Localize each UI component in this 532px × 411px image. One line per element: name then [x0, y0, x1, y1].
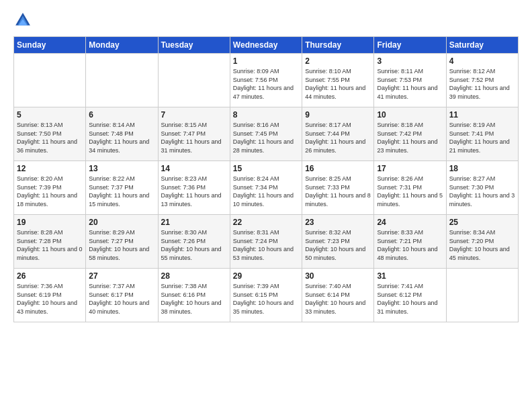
day-number: 3: [377, 56, 443, 66]
day-cell-6: 6Sunrise: 8:14 AMSunset: 7:48 PMDaylight…: [86, 107, 158, 161]
empty-cell: [158, 54, 230, 107]
day-cell-31: 31Sunrise: 7:41 AMSunset: 6:12 PMDayligh…: [374, 269, 446, 322]
week-row-2: 5Sunrise: 8:13 AMSunset: 7:50 PMDaylight…: [14, 107, 519, 161]
daylight: Daylight: 10 hours and 45 minutes.: [449, 245, 515, 262]
sunset: Sunset: 7:34 PM: [233, 183, 299, 192]
sunset: Sunset: 7:31 PM: [377, 183, 443, 192]
day-info: Sunrise: 7:39 AMSunset: 6:15 PMDaylight:…: [233, 282, 299, 316]
day-number: 17: [377, 164, 443, 173]
day-info: Sunrise: 8:25 AMSunset: 7:33 PMDaylight:…: [305, 175, 371, 208]
daylight: Daylight: 11 hours and 0 minutes.: [17, 245, 83, 262]
day-number: 7: [161, 110, 227, 120]
empty-cell: [86, 54, 158, 107]
calendar: SundayMondayTuesdayWednesdayThursdayFrid…: [13, 36, 519, 322]
daylight: Daylight: 10 hours and 31 minutes.: [377, 299, 443, 316]
day-info: Sunrise: 8:13 AMSunset: 7:50 PMDaylight:…: [17, 121, 83, 154]
daylight: Daylight: 11 hours and 21 minutes.: [449, 138, 515, 154]
sunset: Sunset: 7:41 PM: [449, 130, 515, 138]
day-number: 18: [449, 164, 515, 173]
weekday-header-row: SundayMondayTuesdayWednesdayThursdayFrid…: [14, 37, 519, 54]
daylight: Daylight: 10 hours and 50 minutes.: [305, 245, 371, 262]
sunrise: Sunrise: 8:14 AM: [89, 121, 154, 130]
sunrise: Sunrise: 8:30 AM: [161, 228, 227, 237]
week-row-5: 26Sunrise: 7:36 AMSunset: 6:19 PMDayligh…: [14, 269, 519, 322]
day-number: 9: [305, 110, 371, 120]
sunset: Sunset: 6:19 PM: [17, 291, 83, 300]
day-cell-4: 4Sunrise: 8:12 AMSunset: 7:52 PMDaylight…: [446, 54, 518, 107]
day-info: Sunrise: 8:19 AMSunset: 7:41 PMDaylight:…: [449, 121, 515, 154]
daylight: Daylight: 11 hours and 5 minutes.: [377, 191, 443, 208]
day-number: 31: [377, 271, 443, 281]
daylight: Daylight: 10 hours and 38 minutes.: [161, 299, 227, 316]
day-info: Sunrise: 7:36 AMSunset: 6:19 PMDaylight:…: [17, 282, 83, 316]
sunrise: Sunrise: 7:41 AM: [377, 282, 443, 291]
daylight: Daylight: 10 hours and 43 minutes.: [17, 299, 83, 316]
day-info: Sunrise: 7:41 AMSunset: 6:12 PMDaylight:…: [377, 282, 443, 316]
day-number: 16: [305, 164, 371, 173]
day-info: Sunrise: 8:20 AMSunset: 7:39 PMDaylight:…: [17, 175, 83, 208]
day-number: 11: [449, 110, 515, 120]
daylight: Daylight: 11 hours and 26 minutes.: [305, 138, 371, 154]
sunrise: Sunrise: 8:34 AM: [449, 228, 515, 237]
daylight: Daylight: 11 hours and 13 minutes.: [161, 191, 227, 208]
day-info: Sunrise: 8:34 AMSunset: 7:20 PMDaylight:…: [449, 228, 515, 262]
sunrise: Sunrise: 8:27 AM: [449, 175, 515, 183]
day-info: Sunrise: 8:27 AMSunset: 7:30 PMDaylight:…: [449, 175, 515, 208]
day-number: 13: [89, 164, 154, 173]
day-info: Sunrise: 8:31 AMSunset: 7:24 PMDaylight:…: [233, 228, 299, 262]
day-cell-3: 3Sunrise: 8:11 AMSunset: 7:53 PMDaylight…: [374, 54, 446, 107]
sunrise: Sunrise: 8:24 AM: [233, 175, 299, 183]
day-number: 30: [305, 271, 371, 281]
day-info: Sunrise: 8:11 AMSunset: 7:53 PMDaylight:…: [377, 67, 443, 101]
sunset: Sunset: 6:16 PM: [161, 291, 227, 300]
day-cell-15: 15Sunrise: 8:24 AMSunset: 7:34 PMDayligh…: [230, 161, 302, 215]
sunset: Sunset: 7:23 PM: [305, 237, 371, 246]
daylight: Daylight: 11 hours and 36 minutes.: [17, 138, 83, 154]
sunrise: Sunrise: 8:22 AM: [89, 175, 154, 183]
sunrise: Sunrise: 8:26 AM: [377, 175, 443, 183]
day-number: 14: [161, 164, 227, 173]
day-cell-27: 27Sunrise: 7:37 AMSunset: 6:17 PMDayligh…: [86, 269, 158, 322]
day-cell-18: 18Sunrise: 8:27 AMSunset: 7:30 PMDayligh…: [446, 161, 518, 215]
sunrise: Sunrise: 8:32 AM: [305, 228, 371, 237]
daylight: Daylight: 11 hours and 10 minutes.: [233, 191, 299, 208]
daylight: Daylight: 11 hours and 3 minutes.: [449, 191, 515, 208]
day-number: 15: [233, 164, 299, 173]
sunset: Sunset: 7:53 PM: [377, 76, 443, 85]
daylight: Daylight: 10 hours and 40 minutes.: [89, 299, 154, 316]
weekday-tuesday: Tuesday: [158, 37, 230, 54]
day-cell-20: 20Sunrise: 8:29 AMSunset: 7:27 PMDayligh…: [86, 215, 158, 269]
day-number: 2: [305, 56, 371, 66]
day-cell-29: 29Sunrise: 7:39 AMSunset: 6:15 PMDayligh…: [230, 269, 302, 322]
sunrise: Sunrise: 8:23 AM: [161, 175, 227, 183]
sunset: Sunset: 7:20 PM: [449, 237, 515, 246]
weekday-monday: Monday: [86, 37, 158, 54]
weekday-saturday: Saturday: [446, 37, 518, 54]
sunrise: Sunrise: 8:15 AM: [161, 121, 227, 130]
day-number: 29: [233, 271, 299, 281]
page: SundayMondayTuesdayWednesdayThursdayFrid…: [0, 0, 532, 411]
sunrise: Sunrise: 7:38 AM: [161, 282, 227, 291]
sunset: Sunset: 7:56 PM: [233, 76, 299, 85]
day-info: Sunrise: 8:24 AMSunset: 7:34 PMDaylight:…: [233, 175, 299, 208]
header: [13, 11, 519, 30]
day-info: Sunrise: 8:28 AMSunset: 7:28 PMDaylight:…: [17, 228, 83, 262]
day-info: Sunrise: 8:30 AMSunset: 7:26 PMDaylight:…: [161, 228, 227, 262]
sunrise: Sunrise: 8:13 AM: [17, 121, 83, 130]
weekday-wednesday: Wednesday: [230, 37, 302, 54]
day-cell-13: 13Sunrise: 8:22 AMSunset: 7:37 PMDayligh…: [86, 161, 158, 215]
sunrise: Sunrise: 8:28 AM: [17, 228, 83, 237]
sunrise: Sunrise: 7:36 AM: [17, 282, 83, 291]
daylight: Daylight: 11 hours and 15 minutes.: [89, 191, 154, 208]
day-info: Sunrise: 7:40 AMSunset: 6:14 PMDaylight:…: [305, 282, 371, 316]
sunset: Sunset: 7:45 PM: [233, 130, 299, 138]
sunset: Sunset: 7:26 PM: [161, 237, 227, 246]
sunset: Sunset: 7:30 PM: [449, 183, 515, 192]
sunrise: Sunrise: 8:25 AM: [305, 175, 371, 183]
day-number: 4: [449, 56, 515, 66]
logo-icon: [13, 11, 32, 30]
daylight: Daylight: 10 hours and 48 minutes.: [377, 245, 443, 262]
daylight: Daylight: 10 hours and 55 minutes.: [161, 245, 227, 262]
sunrise: Sunrise: 8:17 AM: [305, 121, 371, 130]
day-number: 19: [17, 218, 83, 227]
